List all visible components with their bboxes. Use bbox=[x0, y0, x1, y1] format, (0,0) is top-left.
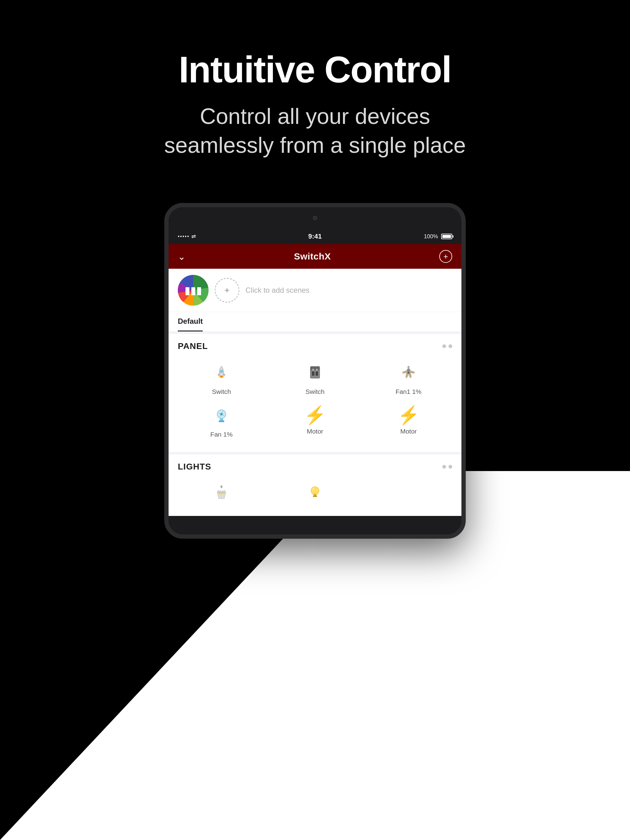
switch-1-label: Switch bbox=[212, 388, 231, 395]
battery-icon bbox=[441, 234, 452, 239]
tablet-bottom-bezel bbox=[169, 516, 461, 534]
panel-header: PANEL bbox=[169, 334, 461, 354]
switch-2-label: Switch bbox=[306, 388, 324, 395]
app-title: SwitchX bbox=[294, 251, 331, 262]
svg-rect-6 bbox=[312, 371, 314, 376]
svg-rect-19 bbox=[219, 420, 224, 422]
light-fixture-svg bbox=[212, 484, 230, 502]
lights-dot-2 bbox=[448, 465, 452, 469]
active-scene-circle[interactable]: ▮▮▮ bbox=[178, 275, 209, 306]
fan2-label: Fan 1% bbox=[211, 431, 233, 438]
app-header: ⌄ SwitchX + bbox=[169, 244, 461, 269]
device-fan1[interactable]: Fan1 1% bbox=[362, 357, 455, 400]
device-light-fixture[interactable] bbox=[175, 478, 268, 510]
device-motor-2[interactable]: ⚡ Motor bbox=[362, 400, 455, 443]
status-left: ••••• ⇌ bbox=[178, 233, 196, 240]
svg-point-9 bbox=[316, 369, 318, 371]
lamp-icon bbox=[306, 484, 324, 505]
battery-percent: 100% bbox=[424, 234, 438, 240]
svg-point-3 bbox=[220, 376, 223, 377]
add-scene-label: Click to add scenes bbox=[245, 286, 309, 295]
svg-rect-30 bbox=[313, 496, 317, 497]
svg-point-22 bbox=[221, 414, 222, 415]
device-motor-1[interactable]: ⚡ Motor bbox=[268, 400, 362, 443]
fan1-label: Fan1 1% bbox=[396, 388, 421, 395]
panel-section: PANEL bbox=[169, 334, 461, 452]
switch-2-icon bbox=[306, 363, 324, 384]
fan1-icon bbox=[400, 363, 418, 384]
tablet-wrapper: ••••• ⇌ 9:41 100% ⌄ SwitchX + bbox=[164, 203, 466, 539]
svg-point-25 bbox=[218, 494, 220, 495]
screen: ••••• ⇌ 9:41 100% ⌄ SwitchX + bbox=[169, 229, 461, 516]
svg-point-28 bbox=[311, 487, 319, 495]
lights-dot-1 bbox=[442, 465, 446, 469]
lights-title: LIGHTS bbox=[178, 462, 211, 472]
light-fixture-icon bbox=[212, 484, 230, 505]
svg-rect-5 bbox=[310, 366, 320, 370]
ceiling-fan-svg bbox=[400, 363, 418, 381]
status-time: 9:41 bbox=[308, 232, 322, 240]
device-switch-1[interactable]: Switch bbox=[175, 357, 268, 400]
svg-point-33 bbox=[312, 488, 314, 490]
sub-title: Control all your devices seamlessly from… bbox=[0, 102, 630, 159]
lights-device-grid bbox=[169, 475, 461, 513]
front-camera bbox=[313, 216, 317, 220]
lamp-svg bbox=[306, 484, 324, 502]
main-title: Intuitive Control bbox=[0, 49, 630, 90]
default-tab[interactable]: Default bbox=[178, 312, 203, 332]
scenes-section: ▮▮▮ + Click to add scenes Default bbox=[169, 269, 461, 332]
scene-active-icon: ▮▮▮ bbox=[185, 284, 202, 297]
svg-point-17 bbox=[408, 372, 409, 373]
scenes-row: ▮▮▮ + Click to add scenes bbox=[169, 269, 461, 312]
panel-dot-2 bbox=[448, 344, 452, 348]
lights-options[interactable] bbox=[442, 465, 452, 469]
fan2-icon bbox=[212, 406, 230, 427]
lights-header: LIGHTS bbox=[169, 455, 461, 475]
back-button[interactable]: ⌄ bbox=[178, 251, 185, 262]
device-fan2[interactable]: Fan 1% bbox=[175, 400, 268, 443]
panel-title: PANEL bbox=[178, 341, 208, 351]
device-lamp[interactable] bbox=[268, 478, 362, 510]
signal-indicator: ••••• bbox=[178, 234, 190, 239]
motor-1-icon: ⚡ bbox=[304, 406, 326, 424]
panel-dot-1 bbox=[442, 344, 446, 348]
add-button[interactable]: + bbox=[439, 250, 452, 263]
status-right: 100% bbox=[424, 234, 452, 240]
svg-point-8 bbox=[313, 369, 314, 371]
battery-fill bbox=[442, 235, 451, 238]
rocket-svg bbox=[212, 363, 230, 381]
switch-1-icon bbox=[212, 363, 230, 384]
svg-rect-23 bbox=[220, 485, 222, 488]
device-switch-2[interactable]: Switch bbox=[268, 357, 362, 400]
svg-rect-7 bbox=[316, 371, 318, 376]
panel-device-grid: Switch bbox=[169, 354, 461, 446]
status-bar: ••••• ⇌ 9:41 100% bbox=[169, 229, 461, 244]
lights-section: LIGHTS bbox=[169, 455, 461, 516]
motor-2-icon: ⚡ bbox=[397, 406, 419, 424]
header-section: Intuitive Control Control all your devic… bbox=[0, 49, 630, 159]
panel-box-svg bbox=[306, 363, 324, 381]
desk-fan-svg bbox=[212, 406, 230, 424]
add-scene-circle[interactable]: + bbox=[215, 278, 239, 303]
svg-point-1 bbox=[220, 370, 223, 373]
scenes-tab-row: Default bbox=[169, 312, 461, 332]
svg-point-24 bbox=[217, 491, 226, 494]
add-scene-icon: + bbox=[225, 285, 230, 295]
svg-rect-29 bbox=[313, 494, 317, 496]
tablet-top-bezel bbox=[169, 207, 461, 229]
wifi-icon: ⇌ bbox=[192, 233, 196, 240]
panel-options[interactable] bbox=[442, 344, 452, 348]
motor-2-label: Motor bbox=[400, 428, 417, 435]
motor-1-label: Motor bbox=[307, 428, 323, 435]
svg-point-27 bbox=[223, 494, 225, 495]
svg-point-26 bbox=[220, 494, 222, 496]
tablet-device: ••••• ⇌ 9:41 100% ⌄ SwitchX + bbox=[164, 203, 466, 539]
